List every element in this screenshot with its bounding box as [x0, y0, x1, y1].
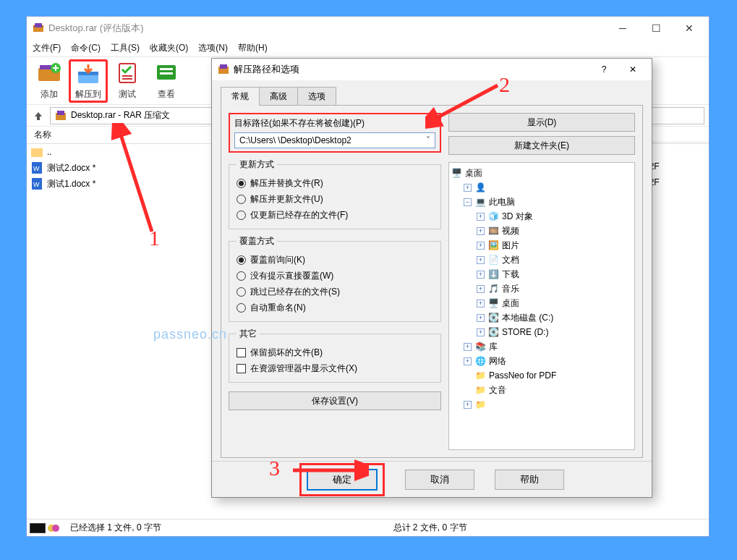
- cancel-button[interactable]: 取消: [405, 470, 474, 490]
- tab-general[interactable]: 常规: [221, 87, 260, 106]
- svg-rect-10: [122, 78, 132, 80]
- desktop-icon: 🖥️: [487, 297, 499, 309]
- overwrite-mode-group: 覆盖方式 覆盖前询问(K) 没有提示直接覆盖(W) 跳过已经存在的文件(S) 自…: [229, 235, 441, 322]
- destination-path-input[interactable]: C:\Users\ \Desktop\Desktop2 ˅: [234, 132, 435, 148]
- close-button[interactable]: ✕: [673, 17, 706, 39]
- folder-icon: 📁: [474, 384, 486, 396]
- radio-no-prompt[interactable]: 没有提示直接覆盖(W): [237, 268, 433, 284]
- library-icon: 📚: [474, 341, 486, 352]
- documents-icon: 📄: [487, 254, 499, 266]
- dialog-help-button[interactable]: ?: [589, 59, 618, 80]
- user-icon: 👤: [474, 182, 486, 193]
- new-folder-button[interactable]: 新建文件夹(E): [448, 136, 635, 155]
- menubar: 文件(F) 命令(C) 工具(S) 收藏夹(O) 选项(N) 帮助(H): [27, 40, 709, 57]
- dialog-close-button[interactable]: ✕: [618, 59, 647, 80]
- toolbar-view[interactable]: 查看: [147, 59, 186, 103]
- add-icon: [37, 61, 61, 85]
- radio-update-existing[interactable]: 仅更新已经存在的文件(F): [237, 207, 433, 223]
- disk-icon: 💽: [487, 326, 499, 338]
- dialog-right-pane: 显示(D) 新建文件夹(E) 🖥️桌面 +👤 −💻此电脑 +🧊3D 对象 +🎞️…: [448, 113, 635, 450]
- annotation-arrow-2: [425, 78, 505, 129]
- annotation-arrow-1: [108, 123, 166, 239]
- music-icon: 🎵: [487, 283, 499, 294]
- menu-tools[interactable]: 工具(S): [111, 42, 140, 54]
- radio-auto-rename[interactable]: 自动重命名(N): [237, 300, 433, 315]
- status-right: 总计 2 文件, 0 字节: [386, 522, 710, 534]
- folder-up-icon: [31, 146, 43, 158]
- menu-options[interactable]: 选项(N): [198, 42, 228, 54]
- 3d-icon: 🧊: [487, 211, 499, 222]
- up-arrow-icon: [33, 111, 43, 121]
- app-icon: [33, 22, 44, 34]
- status-icons: [27, 520, 66, 536]
- svg-line-27: [119, 130, 152, 232]
- help-button[interactable]: 帮助: [495, 470, 564, 490]
- save-settings-button[interactable]: 保存设置(V): [229, 391, 441, 410]
- annotation-label-3: 3: [269, 456, 280, 480]
- tab-options[interactable]: 选项: [297, 87, 336, 106]
- radio-extract-update[interactable]: 解压并更新文件(U): [237, 191, 433, 207]
- menu-command[interactable]: 命令(C): [71, 42, 101, 54]
- extract-icon: [76, 61, 101, 85]
- other-group: 其它 保留损坏的文件(B) 在资源管理器中显示文件(X): [229, 328, 441, 383]
- network-icon: 🌐: [474, 355, 486, 367]
- expand-icon[interactable]: +: [464, 184, 472, 192]
- view-icon: [154, 61, 179, 85]
- watermark: passneo.cn: [153, 327, 227, 342]
- svg-rect-9: [122, 75, 132, 77]
- status-left: 已经选择 1 文件, 0 字节: [27, 522, 386, 534]
- download-icon: ⬇️: [487, 268, 499, 280]
- svg-rect-16: [31, 148, 43, 157]
- pc-icon: 💻: [474, 196, 486, 208]
- radio-extract-replace[interactable]: 解压并替换文件(R): [237, 175, 433, 191]
- svg-rect-15: [57, 111, 64, 115]
- radio-ask-before[interactable]: 覆盖前询问(K): [237, 252, 433, 268]
- svg-rect-13: [160, 72, 173, 75]
- dialog-icon: [218, 64, 229, 75]
- folder-icon: 📁: [474, 370, 486, 381]
- check-show-explorer[interactable]: 在资源管理器中显示文件(X): [237, 360, 433, 376]
- svg-text:W: W: [33, 181, 40, 188]
- annotation-label-2: 2: [499, 72, 510, 97]
- check-keep-broken[interactable]: 保留损坏的文件(B): [237, 344, 433, 360]
- svg-text:W: W: [33, 165, 40, 172]
- destination-path-label: 目标路径(如果不存在将被创建)(P): [234, 117, 435, 130]
- toolbar-test[interactable]: 测试: [108, 59, 147, 103]
- dialog-title: 解压路径和选项: [229, 63, 589, 76]
- svg-rect-8: [119, 64, 135, 82]
- titlebar: Desktop.rar (评估版本) ─ ☐ ✕: [27, 17, 709, 40]
- maximize-button[interactable]: ☐: [639, 17, 673, 39]
- dialog-left-pane: 目标路径(如果不存在将被创建)(P) C:\Users\ \Desktop\De…: [229, 113, 441, 450]
- radio-skip-existing[interactable]: 跳过已经存在的文件(S): [237, 284, 433, 300]
- svg-rect-12: [160, 68, 173, 70]
- svg-rect-2: [35, 23, 42, 27]
- annotation-label-1: 1: [149, 226, 160, 250]
- docx-icon: W: [31, 178, 43, 190]
- disk-icon: 💽: [487, 312, 499, 323]
- archive-icon: [55, 110, 67, 122]
- annotation-arrow-3: [289, 456, 369, 485]
- folder-tree[interactable]: 🖥️桌面 +👤 −💻此电脑 +🧊3D 对象 +🎞️视频 +🖼️图片 +📄文档 +…: [448, 162, 635, 450]
- tab-advanced[interactable]: 高级: [259, 87, 298, 106]
- video-icon: 🎞️: [487, 225, 499, 237]
- up-button[interactable]: [31, 109, 46, 123]
- toolbar-add[interactable]: 添加: [30, 59, 69, 103]
- window-title: Desktop.rar (评估版本): [44, 22, 606, 35]
- menu-file[interactable]: 文件(F): [33, 42, 61, 54]
- svg-rect-26: [220, 64, 227, 69]
- svg-line-28: [433, 85, 498, 120]
- test-icon: [115, 61, 140, 85]
- desktop-icon: 🖥️: [451, 167, 462, 179]
- statusbar: 已经选择 1 文件, 0 字节 总计 2 文件, 0 字节: [27, 519, 709, 536]
- menu-help[interactable]: 帮助(H): [238, 42, 268, 54]
- dialog-titlebar: 解压路径和选项 ? ✕: [212, 59, 652, 80]
- folder-icon: 📁: [474, 399, 486, 410]
- pictures-icon: 🖼️: [487, 239, 499, 251]
- minimize-button[interactable]: ─: [606, 17, 639, 39]
- chevron-down-icon[interactable]: ˅: [426, 135, 430, 145]
- menu-fav[interactable]: 收藏夹(O): [150, 42, 188, 54]
- toolbar-extract-to[interactable]: 解压到: [69, 59, 108, 103]
- svg-rect-22: [30, 524, 45, 533]
- collapse-icon[interactable]: −: [464, 198, 472, 206]
- docx-icon: W: [31, 162, 43, 174]
